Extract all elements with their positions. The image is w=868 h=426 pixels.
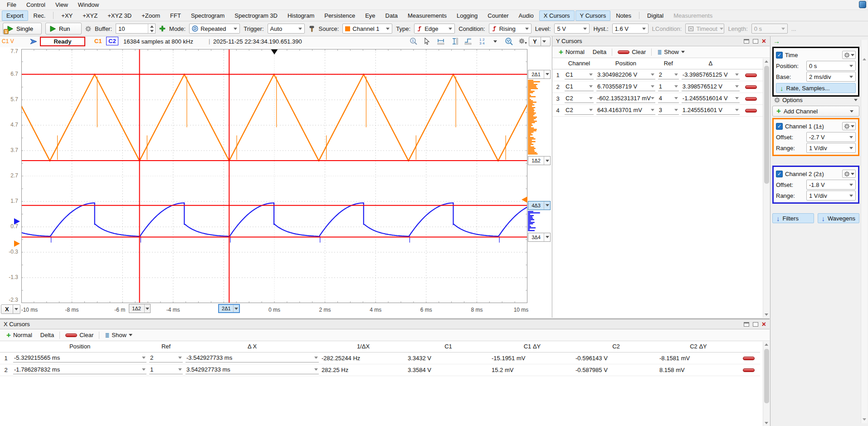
close-icon[interactable]: × xyxy=(762,322,766,327)
more-options-button[interactable]: ... xyxy=(791,25,796,32)
channel2-ground-marker[interactable] xyxy=(14,218,20,225)
channel1-checkbox[interactable]: ✓ xyxy=(776,123,783,130)
delta-select[interactable]: 3.398576512 V xyxy=(682,82,740,91)
type-select[interactable]: Edge xyxy=(414,24,455,34)
position-select[interactable]: 643.4163701 mV xyxy=(596,106,655,115)
position-select[interactable]: -1.786287832 ms xyxy=(13,365,146,374)
chevron-down-icon[interactable] xyxy=(544,70,550,78)
menu-window[interactable]: Window xyxy=(74,0,103,9)
add-normal-cursor-button[interactable]: + Normal xyxy=(556,49,587,55)
delta-x-select[interactable]: -3.542927733 ms xyxy=(185,353,319,362)
tab-spectrogram[interactable]: Spectrogram xyxy=(186,10,229,21)
wavegens-button[interactable]: ↓ Wavegens xyxy=(818,213,859,223)
menu-file[interactable]: File xyxy=(3,0,20,9)
mode-select[interactable]: Repeated xyxy=(189,24,240,34)
tab-rec-[interactable]: Rec. xyxy=(29,10,50,21)
position-select[interactable]: 3.304982206 V xyxy=(596,70,655,79)
y-cursor-marker-1-2[interactable]: 1Δ2 xyxy=(528,156,551,165)
add-normal-cursor-button[interactable]: + Normal xyxy=(4,332,35,338)
position-select[interactable]: 6.703558719 V xyxy=(596,82,655,91)
y-cursors-scrollbar[interactable] xyxy=(763,59,770,318)
waveform-canvas[interactable] xyxy=(21,49,527,303)
step-measure-icon[interactable] xyxy=(463,37,473,46)
x-cursors-scrollbar[interactable] xyxy=(763,342,770,426)
ref-select[interactable]: 2 xyxy=(658,70,679,79)
channel1-gear-button[interactable] xyxy=(842,122,856,130)
h-measure-icon[interactable] xyxy=(436,37,445,46)
tab--xyz[interactable]: +XYZ xyxy=(78,10,102,21)
y-cursors-titlebar[interactable]: Y Cursors × xyxy=(552,36,770,46)
chevron-down-icon[interactable] xyxy=(144,304,150,313)
channel2-offset-select[interactable]: -1.8 V xyxy=(806,180,856,190)
y-cursor-marker-4-3[interactable]: 4Δ3 xyxy=(528,201,551,210)
channel2-checkbox[interactable]: ✓ xyxy=(776,171,783,177)
chevron-down-icon[interactable] xyxy=(544,201,550,210)
shade-window-icon[interactable] xyxy=(744,322,749,327)
delete-cursor-button[interactable] xyxy=(745,109,757,113)
chevron-down-icon[interactable] xyxy=(544,233,550,241)
ref-select[interactable]: 4 xyxy=(658,94,679,103)
position-select[interactable]: -602.135231317 mV xyxy=(596,94,655,103)
pointer-icon[interactable] xyxy=(423,37,432,46)
channel1-chip[interactable]: C1 xyxy=(94,38,102,44)
tab-audio[interactable]: Audio xyxy=(514,10,538,21)
scope-plot-area[interactable]: 7.76.75.74.73.72.71.70.7-0.3-1.3-2.3 -10… xyxy=(0,47,551,318)
ref-select[interactable]: 3 xyxy=(658,106,679,115)
tab-logging[interactable]: Logging xyxy=(452,10,482,21)
clear-cursors-button[interactable]: Clear xyxy=(63,332,96,338)
expand-arrow-icon[interactable]: → xyxy=(773,37,780,45)
time-checkbox[interactable]: ✓ xyxy=(776,52,783,59)
chevron-down-icon[interactable] xyxy=(544,157,550,165)
channel1-ground-marker[interactable] xyxy=(14,240,20,247)
single-button[interactable]: 1 Single xyxy=(3,23,42,34)
delete-cursor-button[interactable] xyxy=(745,97,757,101)
show-menu-button[interactable]: ≣ Show xyxy=(102,332,135,338)
delta-select[interactable]: -3.3985765125 V xyxy=(682,70,740,79)
tab-spectrogram-3d[interactable]: Spectrogram 3D xyxy=(230,10,282,21)
menu-view[interactable]: View xyxy=(51,0,72,9)
x-cursor-marker-1-2[interactable]: 1Δ2 xyxy=(129,304,151,313)
channels-1234-icon[interactable]: 1234 xyxy=(477,37,486,46)
add-channel-button[interactable]: + Add Channel xyxy=(772,106,859,117)
tab-counter[interactable]: Counter xyxy=(483,10,513,21)
x-axis-selector[interactable]: X xyxy=(1,304,20,314)
tab-x-cursors[interactable]: X Cursors xyxy=(539,10,575,21)
y-cursor-marker-2-1[interactable]: 2Δ1 xyxy=(528,70,551,79)
ref-select[interactable]: 1 xyxy=(658,82,679,91)
gear-menu-icon[interactable] xyxy=(518,37,527,46)
chevron-down-icon[interactable] xyxy=(233,305,239,312)
float-window-icon[interactable] xyxy=(753,322,758,327)
v-measure-icon[interactable] xyxy=(450,37,459,46)
rate-samples-button[interactable]: ↓ Rate, Samples... xyxy=(776,83,856,93)
tab-digital[interactable]: Digital xyxy=(643,10,668,21)
x-axis-selector-dropdown[interactable] xyxy=(13,305,20,313)
tab-histogram[interactable]: Histogram xyxy=(283,10,319,21)
run-button[interactable]: Run xyxy=(45,23,82,34)
channel2-chip[interactable]: C2 xyxy=(106,37,118,45)
trigger-level-marker[interactable] xyxy=(522,196,527,203)
tab--xy[interactable]: +XY xyxy=(57,10,77,21)
add-delta-cursor-button[interactable]: Delta xyxy=(590,49,609,55)
ref-select[interactable]: 2 xyxy=(149,353,183,362)
channel2-gear-button[interactable] xyxy=(842,170,856,178)
sidebar-scrollbar[interactable] xyxy=(861,40,868,423)
trigger-tool-icon[interactable] xyxy=(308,25,315,32)
channel1-offset-select[interactable]: -2.7 V xyxy=(806,132,856,142)
delete-cursor-button[interactable] xyxy=(743,357,755,360)
x-cursor-marker-2-1[interactable]: 2Δ1 xyxy=(218,304,240,313)
hysteresis-select[interactable]: 1.6 V xyxy=(612,24,649,34)
condition-select[interactable]: Rising xyxy=(489,24,532,34)
add-icon[interactable] xyxy=(159,25,166,32)
tab-persistence[interactable]: Persistence xyxy=(320,10,360,21)
filters-button[interactable]: ↓ Filters xyxy=(772,213,814,223)
trigger-select[interactable]: Auto xyxy=(268,24,305,34)
channel-select[interactable]: C1 xyxy=(565,82,594,91)
buffer-spinner[interactable]: 10 xyxy=(116,24,156,34)
tab--zoom[interactable]: +Zoom xyxy=(137,10,165,21)
tab--xyz-3d[interactable]: +XYZ 3D xyxy=(103,10,136,21)
channel-select[interactable]: C2 xyxy=(565,106,594,115)
delta-select[interactable]: -1.2455516014 V xyxy=(682,94,740,103)
add-delta-cursor-button[interactable]: Delta xyxy=(38,332,57,338)
channel2-range-select[interactable]: 1 V/div xyxy=(806,191,856,201)
shade-window-icon[interactable] xyxy=(744,39,749,44)
